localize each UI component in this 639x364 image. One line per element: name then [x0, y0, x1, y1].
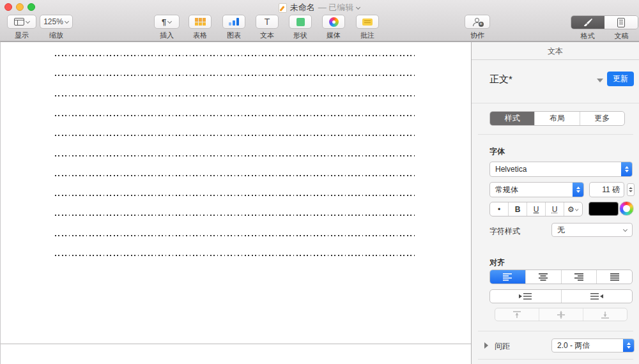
- align-left-button[interactable]: [490, 270, 526, 284]
- gear-icon: ⚙: [567, 205, 574, 214]
- page-boundary-line: [1, 344, 472, 344]
- zoom-label: 缩放: [40, 31, 73, 40]
- media-pinwheel-icon: [329, 17, 339, 27]
- table-button[interactable]: [189, 15, 212, 29]
- tab-more[interactable]: 更多: [580, 112, 624, 125]
- valign-bottom-button[interactable]: [583, 308, 627, 321]
- horizontal-alignment-segmented: [489, 269, 633, 284]
- paragraph-style-dropdown-icon[interactable]: [597, 79, 603, 82]
- dotted-text-line: [55, 195, 417, 196]
- divider: [478, 134, 633, 135]
- text-color-swatch[interactable]: [589, 202, 619, 216]
- insert-button[interactable]: ¶: [154, 15, 180, 29]
- divider: [478, 331, 633, 331]
- chevron-down-icon: [575, 208, 578, 211]
- format-button[interactable]: [571, 16, 604, 29]
- spacing-label: 间距: [495, 341, 510, 352]
- character-style-label: 字符样式: [489, 226, 520, 237]
- pages-app-icon: [279, 3, 287, 13]
- edited-status: — 已编辑: [318, 2, 354, 13]
- update-style-button[interactable]: 更新: [607, 72, 634, 86]
- format-label: 格式: [571, 31, 604, 41]
- character-style-value: 无: [552, 225, 624, 236]
- indent-increase-icon: [590, 292, 604, 300]
- font-size-field[interactable]: 11 磅: [589, 182, 624, 197]
- collaborate-label: 协作: [464, 31, 491, 40]
- underline-options-button[interactable]: U: [546, 202, 564, 216]
- dotted-text-line: [55, 55, 417, 56]
- vertical-alignment-segmented: [495, 308, 627, 321]
- format-sidebar: 文本 正文* 更新 样式 布局 更多 字体 Helvetica 常规体 11 磅…: [471, 42, 639, 364]
- media-button[interactable]: [322, 15, 345, 29]
- align-center-button[interactable]: [526, 270, 562, 284]
- indent-decrease-button[interactable]: [490, 290, 562, 303]
- paragraph-style-name: 正文*: [489, 73, 512, 86]
- valign-middle-button[interactable]: [539, 308, 583, 321]
- chevron-down-icon: [168, 20, 172, 24]
- font-weight-value: 常规体: [490, 185, 573, 195]
- sidebar-header: 文本: [472, 42, 639, 60]
- spacing-row: 间距 2.0 - 两倍: [472, 338, 639, 353]
- comment-button[interactable]: [356, 15, 379, 29]
- font-weight-select[interactable]: 常规体: [489, 182, 584, 197]
- font-family-select[interactable]: Helvetica: [489, 162, 633, 177]
- dotted-text-line: [55, 155, 417, 156]
- chevron-down-icon: [65, 20, 69, 24]
- table-label: 表格: [188, 31, 212, 40]
- align-left-icon: [502, 273, 513, 281]
- zoom-level-button[interactable]: 125%: [40, 15, 73, 29]
- toolbar: 未命名 — 已编辑 显示 125% 缩放 ¶ 插入 表格 图表: [0, 0, 639, 42]
- document-icon: [617, 18, 625, 27]
- pilcrow-icon: ¶: [162, 17, 166, 27]
- tab-style[interactable]: 样式: [490, 112, 535, 125]
- align-right-icon: [573, 273, 585, 281]
- view-label: 显示: [6, 31, 37, 40]
- dotted-text-line: [55, 255, 417, 256]
- font-section-label: 字体: [489, 146, 505, 157]
- text-box-button[interactable]: T: [256, 15, 279, 29]
- spacing-select[interactable]: 2.0 - 两倍: [551, 338, 635, 353]
- format-document-segmented: [571, 15, 638, 29]
- format-document-labels: 格式 文稿: [571, 31, 638, 41]
- font-size-stepper[interactable]: [627, 183, 635, 196]
- document-label: 文稿: [604, 31, 638, 41]
- divider: [478, 359, 633, 360]
- valign-top-icon: [512, 310, 522, 319]
- stepper-icon: [573, 183, 583, 197]
- spacing-value: 2.0 - 两倍: [552, 340, 623, 351]
- align-justify-button[interactable]: [597, 270, 632, 284]
- dotted-text-line: [55, 95, 417, 96]
- document-button[interactable]: [604, 16, 638, 29]
- window-title-group: 未命名 — 已编辑: [0, 2, 639, 13]
- valign-middle-icon: [556, 310, 566, 319]
- shape-button[interactable]: [289, 15, 312, 29]
- toolbar-item-collaborate: + 协作: [464, 15, 491, 40]
- align-right-button[interactable]: [562, 270, 597, 284]
- advanced-options-button[interactable]: ⚙: [564, 202, 582, 216]
- divider: [472, 103, 639, 103]
- alignment-section-label: 对齐: [489, 257, 505, 268]
- document-page[interactable]: [0, 42, 471, 364]
- disclosure-triangle-icon[interactable]: [484, 342, 488, 349]
- character-style-select[interactable]: 无: [551, 223, 633, 237]
- toolbar-item-chart: 图表: [222, 15, 246, 40]
- zoom-value: 125%: [43, 17, 63, 26]
- indent-increase-button[interactable]: [562, 290, 633, 303]
- toolbar-item-view: 显示: [6, 15, 37, 40]
- collaborate-button[interactable]: +: [465, 15, 490, 29]
- view-button[interactable]: [7, 15, 36, 29]
- align-center-icon: [537, 273, 549, 281]
- valign-top-button[interactable]: [495, 308, 539, 321]
- chart-button[interactable]: [222, 15, 245, 29]
- tab-layout[interactable]: 布局: [535, 112, 580, 125]
- underline-button[interactable]: U: [527, 202, 546, 216]
- toolbar-item-comment: 批注: [355, 15, 380, 40]
- table-grid-icon: [195, 18, 206, 26]
- bold-button[interactable]: B: [509, 202, 527, 216]
- title-chevron-down-icon[interactable]: [357, 6, 360, 10]
- text-label: 文本: [255, 31, 279, 40]
- dot-style-button[interactable]: •: [490, 202, 509, 216]
- indent-segmented: [489, 289, 633, 303]
- color-wheel-button[interactable]: [619, 201, 634, 216]
- sidebar-tabs: 样式 布局 更多: [489, 111, 625, 126]
